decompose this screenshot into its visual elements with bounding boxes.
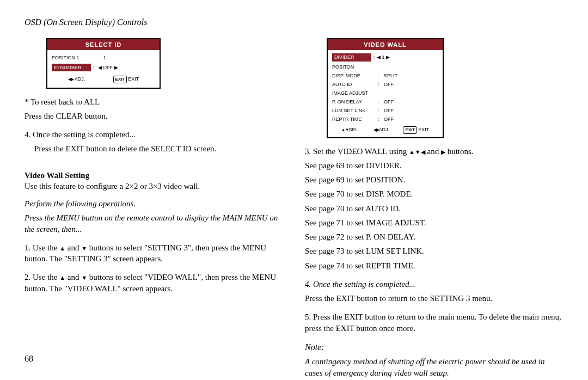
osd-row: LUM SET LINK: OFF (332, 106, 438, 115)
left-arrow-icon: ◀ (377, 54, 382, 60)
text: and (65, 273, 81, 281)
step-4-title: 4. Once the setting is completed... (305, 279, 564, 290)
step-2: 2. Use the ▲ and ▼ buttons to select "VI… (24, 272, 283, 294)
osd-row: REPTR TIME: OFF (332, 115, 438, 124)
osd-colon: : (376, 72, 381, 79)
osd-label-highlight: DIVIDER (332, 53, 371, 61)
sel-hint: SEL. (341, 126, 359, 133)
up-down-icon (341, 127, 349, 132)
see-page-line: See page 72 to set P. ON DELAY. (305, 231, 564, 242)
see-page-line: See page 69 to set DIVIDER. (305, 160, 564, 171)
adj-hint: ADJ. (373, 126, 390, 133)
right-arrow-icon: ▶ (113, 64, 118, 71)
osd-row: IMAGE ADJUST (332, 89, 438, 97)
text: 3. Set the VIDEO WALL using (305, 147, 409, 156)
up-arrow-icon: ▲ (59, 274, 65, 281)
osd-row: DIVIDER:◀ 1 ▶ (332, 52, 438, 62)
osd-row: P. ON DELAY: OFF (332, 97, 438, 106)
step-4-head: 4. Once the setting is completed... (24, 129, 283, 140)
see-page-line: See page 71 to set IMAGE ADJUST. (305, 217, 564, 228)
osd-body: POSITION 1 : 1 ID NUMBER : ◀ OFF ▶ ADJ. … (47, 50, 160, 87)
adj-label: ADJ. (379, 127, 390, 132)
osd-title: VIDEO WALL (328, 39, 443, 51)
page-number: 68 (24, 353, 33, 365)
left-right-icon (373, 127, 379, 132)
osd-label: DISP. MODE (332, 72, 376, 79)
step-4-body-right: Press the EXIT button to return to the S… (305, 293, 564, 304)
exit-button-icon: EXIT (403, 126, 417, 134)
text: 1. Use the (24, 243, 59, 252)
reset-line-1: * To reset back to ALL (24, 96, 283, 107)
osd-label: LUM SET LINK (332, 107, 376, 114)
osd-label: P. ON DELAY (332, 99, 376, 105)
down-arrow-icon: ▼ (81, 245, 87, 252)
see-page-line: See page 70 to set DISP. MODE. (305, 188, 564, 199)
step-1: 1. Use the ▲ and ▼ buttons to select "SE… (24, 242, 283, 265)
content-columns: SELECT ID POSITION 1 : 1 ID NUMBER : ◀ O… (24, 38, 564, 380)
osd-value: OFF (384, 116, 394, 122)
perform-heading: Perform the following operations. (24, 198, 283, 209)
adj-hint: ADJ. (68, 76, 85, 83)
osd-value: OFF (384, 99, 394, 105)
osd-value: OFF (384, 81, 394, 88)
osd-colon: : (376, 99, 381, 105)
adj-label: ADJ. (75, 76, 85, 82)
osd-value: 1 (103, 54, 106, 61)
left-arrow-icon: ◀ (421, 149, 425, 155)
up-arrow-icon: ▲ (59, 245, 65, 252)
video-wall-heading: Video Wall Setting (24, 170, 283, 181)
up-arrow-icon: ▲ (409, 149, 415, 155)
page-header: OSD (On Screen Display) Controls (24, 16, 564, 28)
right-arrow-icon: ▶ (441, 149, 445, 155)
exit-button-icon: EXIT (113, 76, 127, 83)
video-wall-intro: Use this feature to configure a 2×2 or 3… (24, 181, 283, 192)
right-arrow-icon: ▶ (385, 54, 390, 60)
osd-colon: : (376, 107, 381, 114)
note-body: A contingency method of shutting off the… (305, 356, 564, 378)
osd-colon: : (95, 54, 101, 61)
exit-label: EXIT (128, 76, 139, 82)
osd-colon: : (91, 64, 96, 71)
see-page-line: See page 70 to set AUTO ID. (305, 203, 564, 214)
osd-footer: ADJ. EXITEXIT (52, 72, 155, 84)
see-page-line: See page 73 to set LUM SET LINK. (305, 246, 564, 256)
sel-label: SEL. (349, 127, 360, 132)
osd-label: IMAGE ADJUST (332, 90, 376, 96)
osd-row: POSITON (332, 63, 438, 71)
text: and (65, 243, 81, 252)
left-right-icon (68, 76, 74, 82)
osd-footer: SEL. ADJ. EXITEXIT (332, 124, 438, 135)
see-page-line: See page 74 to set REPTR TIME. (305, 260, 564, 271)
osd-value: OFF (103, 64, 113, 71)
right-column: VIDEO WALL DIVIDER:◀ 1 ▶POSITONDISP. MOD… (305, 38, 564, 380)
step-5: 5. Press the EXIT button to return to th… (305, 311, 564, 334)
osd-label: AUTO ID (332, 81, 376, 88)
osd-title: SELECT ID (47, 39, 160, 51)
osd-value: SPLIT (384, 72, 397, 79)
osd-body: DIVIDER:◀ 1 ▶POSITONDISP. MODE: SPLITAUT… (328, 50, 443, 137)
note-heading: Note: (305, 341, 564, 353)
osd-label: POSITION 1 (52, 54, 95, 61)
left-arrow-icon: ◀ (96, 64, 103, 71)
down-arrow-icon: ▼ (415, 149, 421, 155)
osd-value: OFF (384, 107, 394, 114)
exit-hint: EXITEXIT (113, 76, 139, 83)
press-menu-instruction: Press the MENU button on the remote cont… (24, 212, 283, 235)
osd-colon: : (371, 54, 377, 60)
down-arrow-icon: ▼ (81, 274, 87, 281)
text: and (425, 147, 441, 156)
osd-colon: : (376, 116, 381, 122)
osd-label: REPTR TIME (332, 116, 376, 122)
osd-colon: : (376, 81, 381, 88)
text: 2. Use the (24, 273, 59, 281)
osd-label: POSITON (332, 64, 376, 70)
exit-hint: EXITEXIT (403, 126, 429, 134)
step-4-body: Press the EXIT button to delete the SELE… (24, 143, 283, 154)
osd-row: ID NUMBER : ◀ OFF ▶ (52, 63, 155, 72)
reset-line-2: Press the CLEAR button. (24, 111, 283, 121)
osd-row: AUTO ID: OFF (332, 80, 438, 89)
osd-select-id: SELECT ID POSITION 1 : 1 ID NUMBER : ◀ O… (46, 38, 161, 89)
osd-row: POSITION 1 : 1 (52, 53, 155, 62)
text: buttons. (445, 147, 474, 156)
osd-video-wall: VIDEO WALL DIVIDER:◀ 1 ▶POSITONDISP. MOD… (327, 38, 444, 138)
